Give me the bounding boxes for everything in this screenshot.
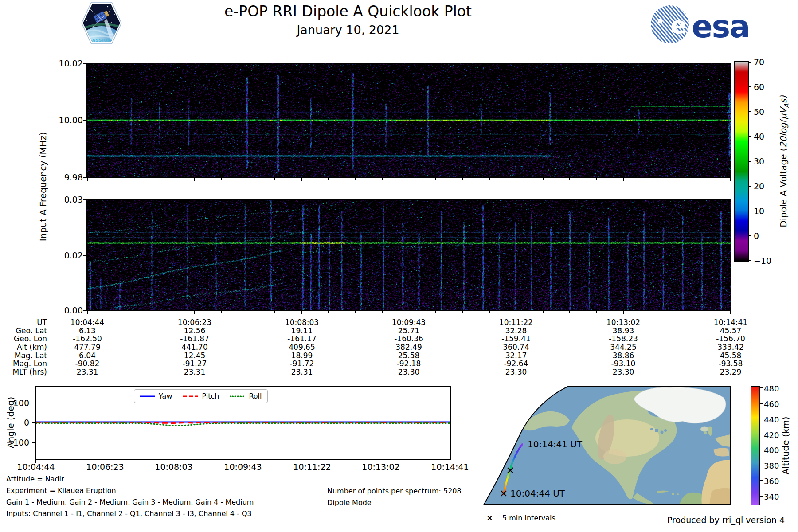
altitude-colorbar-label: Altitude (km) — [780, 416, 791, 474]
axis-tick-mark — [760, 450, 763, 450]
axis-tick-mark — [760, 419, 763, 419]
spectrogram-bottom-panel — [86, 199, 732, 311]
ephemeris-row-alt: Alt (km) 477.79 441.70 409.65 382.49 360… — [0, 343, 798, 352]
angle-xtick: 10:11:22 — [283, 462, 341, 472]
axis-tick-mark — [569, 311, 570, 313]
voltage-colorbar — [734, 61, 749, 262]
ephemeris-cell: 23.30 — [373, 368, 444, 376]
axis-tick-mark — [677, 178, 677, 180]
roll-line-swatch — [230, 395, 245, 398]
axis-tick-mark — [409, 311, 410, 314]
axis-tick-mark — [749, 260, 751, 261]
annotation-points: Number of points per spectrum: 5208 — [327, 487, 462, 496]
ytick-bottom: 0.02 — [47, 250, 83, 260]
axis-tick-mark — [243, 460, 243, 463]
altbar-tick: 420 — [764, 430, 779, 440]
axis-tick-mark — [328, 178, 329, 180]
spectrogram-top-panel — [86, 63, 732, 178]
ephemeris-row-maglon: Mag. Lon -90.82 -91.27 -91.72 -92.18 -92… — [0, 360, 798, 368]
row-label: Alt (km) — [0, 343, 47, 352]
angle-legend: Yaw Pitch Roll — [134, 389, 268, 403]
altbar-tick: 380 — [764, 461, 779, 471]
ephemeris-cell: 23.30 — [588, 368, 659, 376]
axis-tick-mark — [704, 178, 704, 180]
axis-tick-mark — [35, 460, 36, 463]
ephemeris-cell: 23.31 — [266, 368, 337, 376]
ephemeris-cell: 409.65 — [266, 343, 337, 352]
ephemeris-cell: 344.25 — [588, 343, 659, 352]
row-label: MLT (hrs) — [0, 368, 47, 376]
frequency-axis-label: Input A Frequency (MHz) — [38, 132, 48, 241]
axis-tick-mark — [516, 311, 517, 314]
axis-tick-mark — [83, 255, 86, 256]
axis-tick-mark — [596, 178, 597, 180]
altbar-tick: 360 — [764, 477, 779, 486]
axis-tick-mark — [749, 211, 751, 211]
altbar-tick: 440 — [764, 415, 779, 425]
altbar-tick: 400 — [764, 446, 779, 455]
annotation-gains: Gain 1 - Medium, Gain 2 - Medium, Gain 3… — [6, 498, 254, 507]
esa-logo-text: esa — [692, 8, 748, 44]
row-label: Mag. Lon — [0, 360, 47, 368]
ephemeris-cell: -92.18 — [373, 360, 444, 368]
axis-tick-mark — [749, 136, 751, 137]
angle-ytick: 0 — [0, 418, 29, 427]
axis-tick-mark — [168, 178, 168, 180]
axis-tick-mark — [462, 311, 463, 313]
ephemeris-cell: 333.42 — [695, 343, 766, 352]
axis-tick-mark — [435, 178, 436, 180]
ephemeris-cell: 10:06:23 — [159, 318, 230, 327]
angle-ytick: −100 — [0, 438, 29, 447]
axis-tick-mark — [194, 311, 195, 314]
ephemeris-cell: 10:14:41 — [695, 318, 766, 327]
ephemeris-cell: 10:11:22 — [481, 318, 552, 327]
ephemeris-cell: 360.74 — [481, 343, 552, 352]
axis-tick-mark — [83, 63, 86, 64]
axis-tick-mark — [489, 311, 490, 313]
cbar-tick: 40 — [754, 132, 764, 141]
cbar-tick: 10 — [754, 206, 764, 216]
axis-tick-mark — [543, 178, 544, 180]
axis-tick-mark — [677, 311, 677, 313]
row-label: UT — [0, 318, 47, 327]
axis-tick-mark — [312, 460, 313, 463]
ephemeris-cell: 23.31 — [52, 368, 123, 376]
ephemeris-cell: -161.87 — [159, 335, 230, 343]
ground-track-map: 10:04:44 UT 10:14:41 UT — [481, 385, 732, 505]
ephemeris-cell: 441.70 — [159, 343, 230, 352]
axis-tick-mark — [749, 86, 751, 87]
legend-label: Pitch — [202, 392, 219, 400]
ytick-bottom: 0.03 — [47, 195, 83, 204]
ytick-top: 9.98 — [47, 172, 83, 182]
axis-tick-mark — [730, 311, 731, 314]
cbar-tick: 60 — [754, 82, 764, 92]
axis-tick-mark — [83, 199, 86, 200]
cassiope-logo-text: CASSIOPE — [89, 38, 114, 43]
track-end-label: 10:14:41 UT — [528, 439, 583, 450]
ephemeris-row-geolon: Geo. Lon -162.50 -161.87 -161.17 -160.36… — [0, 335, 798, 343]
legend-item-yaw: Yaw — [140, 392, 172, 400]
axis-tick-mark — [248, 311, 249, 313]
axis-tick-mark — [462, 178, 463, 180]
axis-tick-mark — [623, 178, 624, 181]
axis-tick-mark — [114, 311, 115, 313]
ephemeris-row-ut: UT 10:04:44 10:06:23 10:08:03 10:09:43 1… — [0, 318, 798, 327]
axis-tick-mark — [760, 434, 763, 435]
cbar-tick: 30 — [754, 156, 764, 166]
annotation-attitude: Attitude = Nadir — [6, 475, 64, 484]
interval-marker-glyph: × — [486, 513, 493, 522]
altitude-colorbar — [751, 386, 760, 505]
axis-tick-mark — [760, 480, 763, 481]
axis-tick-mark — [328, 311, 329, 313]
roll-line — [36, 423, 450, 426]
ephemeris-cell: -91.27 — [159, 360, 230, 368]
axis-tick-mark — [274, 178, 275, 180]
axis-tick-mark — [569, 178, 570, 180]
axis-tick-mark — [221, 178, 222, 180]
axis-tick-mark — [168, 311, 168, 313]
axis-tick-mark — [381, 460, 382, 463]
axis-tick-mark — [749, 161, 751, 162]
altbar-tick: 460 — [764, 399, 779, 409]
altbar-tick: 480 — [764, 384, 779, 394]
ephemeris-cell: 23.30 — [481, 368, 552, 376]
